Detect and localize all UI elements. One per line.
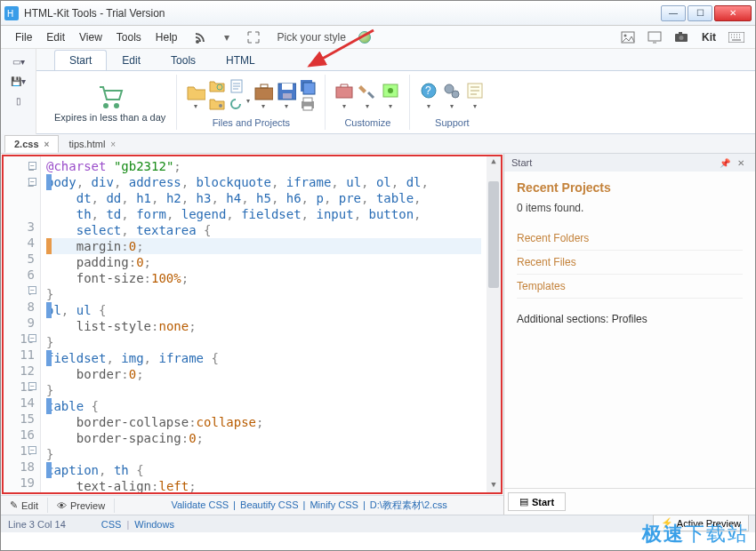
svg-point-10 (103, 103, 109, 108)
folder-open-icon[interactable] (186, 82, 205, 101)
svg-rect-18 (282, 84, 293, 90)
monitor-icon[interactable] (647, 29, 663, 45)
folder-find-icon[interactable] (209, 79, 225, 95)
svg-point-31 (452, 91, 459, 98)
help-icon[interactable]: ? (419, 82, 438, 101)
status-os: Windows (134, 519, 174, 530)
group-label-customize: Customize (344, 117, 390, 130)
pencil-icon: ✎ (10, 499, 18, 511)
gears-icon[interactable] (442, 82, 462, 101)
svg-text:?: ? (425, 84, 431, 97)
edit-tab-button[interactable]: ✎Edit (1, 498, 48, 513)
tools-icon[interactable] (358, 82, 377, 101)
line-gutter: 1−2−34567−8910−111213−14151617−1819 (4, 156, 41, 492)
ribbon-tab-tools[interactable]: Tools (156, 50, 211, 70)
svg-point-27 (388, 88, 393, 93)
briefcase-icon[interactable] (253, 82, 273, 101)
dropdown-icon[interactable]: ▾ (219, 29, 235, 45)
quick-access-toolbar: ▭▾ 💾▾ ▯ (1, 49, 36, 134)
side-title: Start (511, 157, 532, 168)
document-icon[interactable] (229, 79, 245, 95)
menu-file[interactable]: File (8, 28, 39, 46)
ribbon-tabs: StartEditToolsHTML (36, 49, 755, 70)
svg-point-13 (219, 104, 222, 108)
ribbon-group-support: ?▾ ▾ ▾ Support (410, 75, 494, 130)
svg-point-3 (624, 34, 627, 36)
cursor-position: Line 3 Col 14 (8, 519, 66, 530)
group-label-support: Support (435, 117, 470, 130)
footer-link[interactable]: Validate CSS (171, 499, 229, 510)
svg-rect-4 (648, 32, 661, 41)
window-icon: ▤ (519, 496, 528, 507)
group-label-files: Files and Projects (213, 117, 290, 130)
close-button[interactable]: ✕ (714, 5, 752, 21)
menu-tools[interactable]: Tools (109, 28, 149, 46)
footer-link[interactable]: Minify CSS (310, 499, 358, 510)
side-panel: Start 📌 ✕ Recent Projects 0 items found.… (504, 154, 755, 515)
additional-sections: Additional sections: Profiles (517, 313, 743, 325)
minimize-button[interactable]: — (661, 5, 686, 21)
footer-links: Validate CSS | Beautify CSS | Minify CSS… (115, 499, 503, 512)
ribbon-group-files: ▾ ▾ ▾ ▾ Files and Pr (177, 75, 326, 130)
scrollbar-vertical[interactable]: ▲▼ (487, 156, 501, 492)
trial-notice[interactable]: Expires in less than a day (44, 75, 177, 130)
doc-tab[interactable]: tips.html× (59, 135, 125, 153)
ribbon-group-customize: ▾ ▾ ▾ Customize (326, 75, 410, 130)
menu-edit[interactable]: Edit (39, 28, 72, 46)
side-panel-header: Start 📌 ✕ (504, 154, 755, 172)
titlebar: H HTML-Kit Tools - Trial Version — ☐ ✕ (1, 1, 755, 26)
preview-tab-button[interactable]: 👁Preview (48, 499, 115, 513)
svg-rect-24 (303, 106, 312, 110)
image-icon[interactable] (620, 29, 636, 45)
maximize-button[interactable]: ☐ (688, 5, 712, 21)
svg-rect-15 (255, 88, 273, 100)
side-link[interactable]: Recent Files (517, 251, 743, 275)
empty-message: 0 items found. (517, 202, 743, 214)
rss-icon[interactable] (192, 29, 208, 45)
qat-new-icon[interactable]: ▭▾ (3, 52, 34, 70)
svg-rect-23 (303, 98, 312, 102)
save-disk-icon[interactable] (277, 82, 296, 101)
close-tab-icon[interactable]: × (44, 140, 50, 149)
ribbon-tab-edit[interactable]: Edit (107, 50, 156, 70)
code-editor[interactable]: 1−2−34567−8910−111213−14151617−1819 @cha… (2, 155, 503, 494)
qat-save-icon[interactable]: 💾▾ (3, 72, 34, 90)
doc-tab[interactable]: 2.css× (4, 135, 59, 153)
folder-gear-icon[interactable] (209, 97, 225, 113)
close-tab-icon[interactable]: × (110, 140, 116, 149)
save-all-icon[interactable] (300, 79, 316, 95)
menubar: FileEditViewToolsHelp ▾ Pick your style … (1, 26, 755, 49)
status-lang: CSS (101, 519, 122, 530)
qat-folder-icon[interactable]: ▯ (3, 92, 34, 109)
camera-icon[interactable] (673, 29, 689, 45)
close-panel-icon[interactable]: ✕ (737, 158, 744, 168)
side-link[interactable]: Recent Folders (517, 227, 743, 251)
pick-style-link[interactable]: Pick your style (277, 31, 346, 44)
toolbox-icon[interactable] (334, 82, 354, 101)
watermark: 极速下载站 (642, 521, 749, 547)
editor-footer: ✎Edit 👁Preview Validate CSS | Beautify C… (1, 495, 503, 515)
status-indicator-icon (358, 31, 371, 44)
keyboard-icon[interactable] (728, 29, 744, 45)
kit-label[interactable]: Kit (702, 31, 716, 44)
svg-rect-19 (283, 93, 292, 99)
menu-view[interactable]: View (72, 28, 109, 46)
refresh-icon[interactable] (229, 97, 245, 113)
footer-link[interactable]: Beautify CSS (240, 499, 298, 510)
side-foot-tab-start[interactable]: ▤Start (508, 492, 566, 511)
footer-link[interactable]: D:\教程素材\2.css (370, 499, 447, 510)
recent-projects-heading: Recent Projects (517, 180, 743, 195)
pin-icon[interactable]: 📌 (720, 158, 730, 168)
svg-point-6 (680, 36, 684, 40)
plugin-icon[interactable] (381, 82, 400, 101)
side-link[interactable]: Templates (517, 275, 743, 299)
menu-help[interactable]: Help (149, 28, 185, 46)
svg-point-11 (114, 103, 119, 108)
print-icon[interactable] (300, 97, 316, 113)
svg-rect-21 (303, 83, 315, 94)
app-icon: H (4, 6, 19, 20)
ribbon-tab-start[interactable]: Start (54, 50, 107, 70)
ribbon-tab-html[interactable]: HTML (211, 50, 270, 70)
expand-icon[interactable] (245, 29, 261, 45)
notes-icon[interactable] (465, 82, 485, 101)
